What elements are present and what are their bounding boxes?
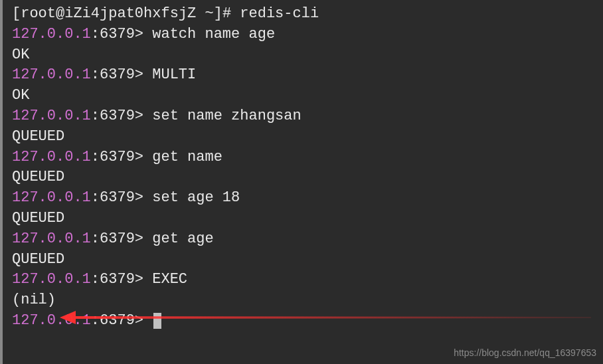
redis-port: 6379	[100, 230, 135, 247]
shell-host: iZi4jpat0hxfsjZ	[64, 5, 196, 22]
redis-ip: 127.0.0.1	[12, 26, 91, 43]
shell-command: redis-cli	[240, 5, 319, 22]
redis-line-2: 127.0.0.1:6379> MULTI	[12, 65, 598, 86]
redis-line-1: 127.0.0.1:6379> watch name age	[12, 25, 598, 45]
redis-result-6: QUEUED	[12, 250, 598, 270]
redis-ip: 127.0.0.1	[12, 271, 91, 288]
watermark-text: https://blog.csdn.net/qq_16397653	[454, 347, 596, 360]
redis-line-4: 127.0.0.1:6379> get name	[12, 147, 598, 168]
redis-line-cursor[interactable]: 127.0.0.1:6379>	[12, 311, 598, 331]
redis-cmd-exec: EXEC	[152, 271, 187, 288]
shell-path: ~	[205, 5, 213, 22]
redis-line-3: 127.0.0.1:6379> set name zhangsan	[12, 106, 598, 127]
redis-cmd-setage: set age 18	[152, 189, 240, 206]
redis-result-5: QUEUED	[12, 209, 598, 229]
redis-port: 6379	[100, 149, 135, 165]
redis-line-5: 127.0.0.1:6379> set age 18	[12, 188, 598, 209]
redis-port: 6379	[100, 271, 135, 288]
redis-port: 6379	[100, 66, 135, 83]
redis-ip: 127.0.0.1	[12, 149, 91, 165]
redis-ip: 127.0.0.1	[12, 189, 91, 206]
shell-symbol: #	[222, 5, 231, 22]
redis-cmd-watch: watch name age	[152, 26, 275, 43]
redis-port: 6379	[100, 26, 135, 43]
redis-cmd-multi: MULTI	[152, 66, 196, 83]
redis-cmd-getname: get name	[152, 149, 222, 165]
redis-port: 6379	[100, 108, 135, 124]
shell-user: root	[21, 5, 56, 22]
redis-result-7: (nil)	[12, 290, 598, 311]
redis-port: 6379	[100, 189, 135, 206]
redis-cmd-setname: set name zhangsan	[152, 108, 301, 124]
redis-ip: 127.0.0.1	[12, 312, 91, 329]
redis-result-2: OK	[12, 86, 598, 106]
shell-prompt-line: [root@iZi4jpat0hxfsjZ ~]# redis-cli	[12, 4, 598, 25]
redis-ip: 127.0.0.1	[12, 66, 91, 83]
redis-port: 6379	[100, 312, 135, 329]
redis-ip: 127.0.0.1	[12, 230, 91, 247]
redis-result-1: OK	[12, 45, 598, 66]
redis-line-7: 127.0.0.1:6379> EXEC	[12, 270, 598, 290]
cursor-block	[153, 313, 161, 329]
redis-ip: 127.0.0.1	[12, 108, 91, 124]
redis-result-3: QUEUED	[12, 127, 598, 147]
redis-line-6: 127.0.0.1:6379> get age	[12, 229, 598, 250]
redis-cmd-getage: get age	[152, 230, 213, 247]
redis-result-4: QUEUED	[12, 167, 598, 188]
